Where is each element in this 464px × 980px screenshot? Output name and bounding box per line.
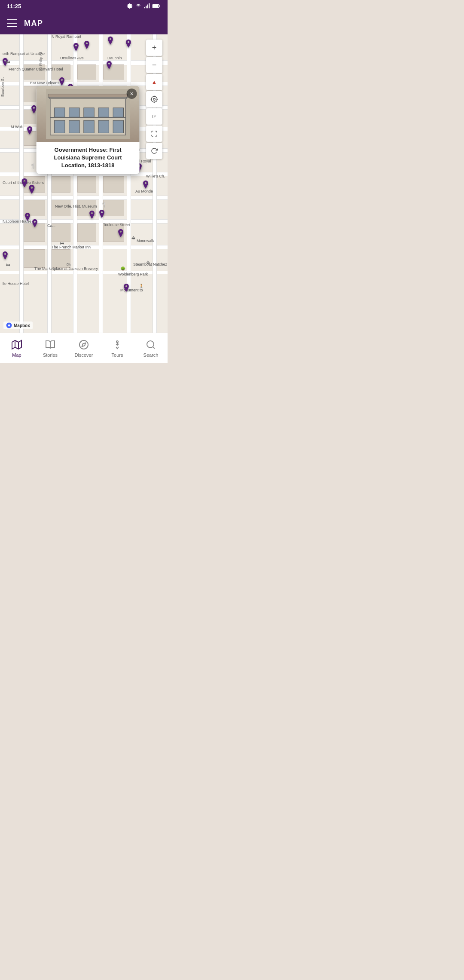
road-v4: [99, 34, 103, 333]
discover-nav-label: Discover: [75, 352, 93, 358]
stories-nav-label: Stories: [43, 352, 58, 358]
road-v2: [47, 34, 52, 333]
hotel-icon-3: 🛏: [60, 241, 64, 245]
map-pin-3[interactable]: [125, 40, 132, 51]
map-pin-right2[interactable]: [142, 181, 150, 192]
svg-rect-13: [69, 120, 79, 133]
svg-marker-30: [82, 343, 85, 346]
svg-point-8: [153, 98, 156, 101]
svg-rect-2: [146, 6, 147, 8]
tours-nav-label: Tours: [112, 352, 123, 358]
svg-point-31: [116, 341, 118, 343]
zoom-in-button[interactable]: +: [146, 40, 162, 56]
map-pin-napoleon1[interactable]: [24, 213, 31, 224]
tours-icon-svg: [112, 340, 122, 350]
locate-icon: [150, 95, 158, 103]
popup-image: [37, 86, 140, 142]
stories-nav-icon: [44, 339, 56, 351]
stories-icon-svg: [45, 340, 55, 350]
map-pin-lower2[interactable]: [98, 210, 106, 221]
block19: [77, 176, 96, 193]
svg-rect-14: [84, 120, 94, 133]
tree-icon: 🌳: [120, 266, 125, 271]
menu-button[interactable]: [7, 18, 17, 28]
bottom-navigation: Map Stories Discover Tours: [0, 333, 168, 363]
svg-point-9: [151, 96, 157, 102]
map-pin-court2[interactable]: [27, 185, 36, 197]
page-title: MAP: [24, 19, 43, 28]
map-pin-20[interactable]: [26, 126, 34, 138]
shopping-icon: 🛍: [67, 262, 71, 267]
restaurant-icon-2: 🍴: [30, 163, 36, 169]
svg-rect-24: [48, 94, 128, 97]
search-nav-icon: [145, 339, 157, 351]
locate-button[interactable]: [146, 91, 162, 107]
road-h10: [0, 271, 168, 274]
degree-button[interactable]: 0°: [146, 108, 162, 125]
map-pin-bottom-left[interactable]: [1, 251, 9, 263]
map-view[interactable]: Bourbon St St Philip St Ursulines Ave Da…: [0, 34, 168, 333]
wifi-icon: [135, 3, 142, 9]
svg-rect-19: [84, 107, 94, 116]
compass-arrow: ▲: [151, 79, 157, 86]
svg-rect-12: [55, 120, 65, 133]
hotel-icon-1: 🛏: [6, 59, 10, 64]
status-icons: [127, 3, 161, 9]
svg-point-32: [147, 341, 154, 348]
map-pin-6[interactable]: [105, 61, 113, 72]
status-bar: 11:25: [0, 0, 168, 12]
nav-item-map[interactable]: Map: [0, 335, 34, 361]
svg-marker-26: [12, 340, 21, 349]
search-icon-svg: [146, 340, 156, 350]
compass-button[interactable]: ▲: [146, 74, 162, 90]
svg-point-29: [79, 340, 88, 349]
map-pin-2[interactable]: [83, 41, 91, 52]
settings-icon: [127, 3, 133, 9]
search-nav-label: Search: [143, 352, 159, 358]
map-pin-1[interactable]: [72, 43, 80, 54]
map-pin-napoleon2[interactable]: [31, 219, 39, 230]
svg-rect-1: [144, 7, 145, 8]
svg-rect-21: [113, 107, 123, 116]
svg-rect-16: [113, 120, 123, 133]
block3: [77, 64, 96, 80]
battery-icon: [152, 3, 161, 9]
popup-title: Government House: First Louisiana Suprem…: [37, 142, 140, 174]
signal-icon: [144, 3, 150, 9]
map-nav-icon: [11, 339, 23, 351]
location-popup: ×: [37, 86, 140, 174]
map-controls: + − ▲ 0°: [146, 40, 162, 159]
map-pin-4[interactable]: [107, 37, 114, 48]
block18: [52, 176, 70, 193]
map-pin-lower1[interactable]: [88, 211, 96, 222]
road-h2: [0, 82, 168, 86]
nav-item-stories[interactable]: Stories: [34, 335, 67, 361]
tour-icon: 🚶: [139, 284, 144, 288]
block22: [52, 200, 70, 216]
svg-rect-6: [153, 5, 159, 7]
map-nav-label: Map: [12, 352, 21, 358]
map-icon-svg: [12, 340, 22, 350]
tours-nav-icon: [111, 339, 123, 351]
building-image: [37, 86, 140, 142]
restaurant-icon-3: 🍴: [101, 202, 107, 208]
nav-item-search[interactable]: Search: [134, 335, 168, 361]
refresh-button[interactable]: [146, 143, 162, 159]
mapbox-text: Mapbox: [14, 323, 30, 328]
map-pin-toulouse[interactable]: [117, 229, 125, 240]
map-pin-woldenberg[interactable]: [122, 284, 130, 295]
boat-icon2: ⛴: [146, 260, 150, 265]
header: MAP: [0, 12, 168, 34]
nav-item-tours[interactable]: Tours: [101, 335, 134, 361]
svg-rect-7: [159, 6, 160, 7]
road-v3: [73, 34, 77, 333]
nav-item-discover[interactable]: Discover: [67, 335, 101, 361]
svg-line-33: [153, 346, 155, 348]
close-icon: ×: [130, 90, 134, 97]
zoom-out-button[interactable]: −: [146, 57, 162, 73]
fullscreen-button[interactable]: [146, 126, 162, 142]
block1: [24, 64, 45, 80]
svg-rect-4: [149, 3, 150, 9]
popup-close-button[interactable]: ×: [127, 89, 137, 99]
fullscreen-icon: [151, 130, 158, 137]
